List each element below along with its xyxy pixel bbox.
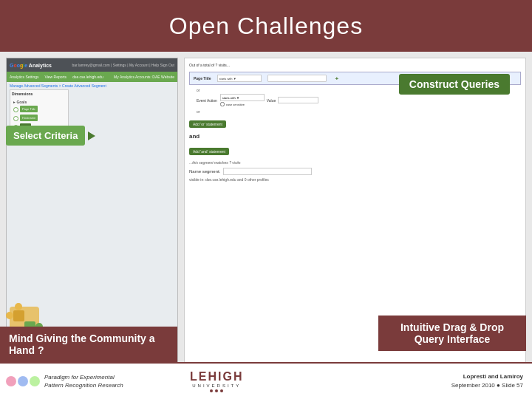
svg-point-3 — [6, 312, 13, 319]
ga-case-label: case sensitive — [220, 102, 265, 106]
ga-cond-select-text: starts with ▼ — [222, 96, 239, 100]
ga-add-and-label: Add 'and' statement — [193, 149, 225, 154]
ga-header: Google Analytics bar.lamrey@gmail.com | … — [7, 58, 177, 72]
ga-event-action-row: Event Action starts with ▼ case sensitiv… — [189, 94, 521, 106]
logo-circle-blue — [18, 376, 28, 386]
select-criteria-box: Select Criteria — [6, 126, 85, 146]
ga-nav-reports[interactable]: View Reports — [44, 75, 66, 79]
ga-event-action-controls: starts with ▼ case sensitive Value — [220, 94, 318, 106]
paradigm-line1: Paradigm for Experimental — [44, 374, 115, 381]
lehigh-dot — [220, 389, 223, 392]
intuitive-line1: Intuitive Drag & Drop — [389, 321, 516, 333]
ga-plus-btn[interactable]: + — [335, 75, 339, 82]
google-analytics-logo: Google Analytics — [10, 63, 52, 68]
ga-nav-my-analytics: My Analytics Accounts: DAE Website — [114, 75, 174, 79]
ga-and-label: and — [189, 133, 521, 140]
ga-add-or-label: Add 'or' statement — [193, 122, 222, 126]
ga-name-input[interactable] — [223, 168, 312, 175]
ga-nav-bar: Analytics Settings View Reports dse.cse.… — [7, 72, 177, 82]
ga-circle-icon — [13, 116, 18, 121]
lehigh-logo: LEHIGH UNIVERSITY — [190, 370, 243, 392]
main-content: Google Analytics bar.lamrey@gmail.com | … — [0, 52, 532, 399]
ga-segment-text: ...this segment matches ? visits — [189, 160, 521, 165]
ga-sidebar-page-title[interactable]: Page Title — [20, 106, 38, 112]
paradigm-logo-circles — [6, 376, 40, 386]
ga-name-row: Name segment: — [189, 168, 521, 175]
page-title: Open Challenges — [169, 13, 363, 40]
citation-text: Lopresti and Lamiroy September 2010 ● Sl… — [451, 372, 523, 390]
logo-circle-pink — [6, 376, 16, 386]
ga-goals-header: ▸ Goals — [12, 98, 66, 105]
ga-nav-site[interactable]: dse.cse.lehigh.edu — [72, 75, 103, 79]
ga-add-or-btn[interactable]: Add 'or' statement — [189, 120, 226, 128]
ga-nav-settings[interactable]: Analytics Settings — [10, 75, 38, 79]
mind-giving-box: Mind Giving the Community a Hand ? — [0, 327, 177, 362]
page-header: Open Challenges — [0, 0, 532, 52]
ga-out-of-total: Out of a total of ? visits... — [189, 63, 230, 67]
mind-giving-label: Mind Giving the Community a Hand ? — [9, 332, 155, 356]
ga-add-and-btn[interactable]: Add 'and' statement — [189, 148, 229, 155]
ga-cond-select[interactable]: starts with ▼ — [220, 94, 265, 101]
intuitive-line2: Query Interface — [389, 333, 516, 345]
svg-rect-1 — [13, 310, 24, 321]
construct-queries-box: Construct Queries — [399, 74, 510, 95]
bottom-right-footer: LEHIGH UNIVERSITY Lopresti and Lamiroy S… — [181, 362, 532, 399]
select-criteria-label: Select Criteria — [13, 130, 78, 141]
ga-value-input[interactable] — [267, 75, 327, 82]
lehigh-name: LEHIGH — [190, 370, 243, 383]
lehigh-dot — [215, 389, 218, 392]
svg-point-2 — [15, 303, 22, 310]
ga-event-action-label: Event Action — [197, 98, 217, 103]
ga-or2-label: or — [197, 109, 521, 114]
ga-info-line: Out of a total of ? visits... — [189, 63, 521, 67]
select-criteria-arrow — [88, 132, 95, 140]
lehigh-dots — [210, 389, 223, 392]
left-panel: Google Analytics bar.lamrey@gmail.com | … — [0, 52, 181, 399]
intuitive-drag-box: Intuitive Drag & Drop Query Interface — [378, 316, 526, 351]
lehigh-sub: UNIVERSITY — [192, 383, 241, 388]
bottom-left-footer: Paradigm for Experimental Pattern Recogn… — [0, 362, 181, 399]
ga-breadcrumb: Manage Advanced Segments > Create Advanc… — [7, 82, 177, 89]
citation-line1: Lopresti and Lamiroy — [451, 372, 523, 381]
ga-condition-select[interactable]: starts with ▼ — [217, 75, 262, 82]
ga-page-title-label: Page Title — [194, 76, 211, 81]
ga-visible-line: visible in: dse.cse.lehigh.edu and 0 oth… — [189, 177, 521, 182]
citation-line2: September 2010 ● Slide 57 — [451, 381, 523, 390]
ga-case-checkbox[interactable] — [220, 102, 225, 106]
paradigm-line2: Pattern Recognition Research — [44, 382, 123, 389]
logo-circle-green — [30, 376, 40, 386]
ga-sidebar-row: Page Title — [12, 105, 66, 114]
paradigm-text: Paradigm for Experimental Pattern Recogn… — [44, 373, 123, 389]
ga-select-text: starts with ▼ — [219, 77, 236, 81]
ga-value-label: Value — [267, 98, 276, 103]
ga-sidebar-hostname[interactable]: Hostname — [20, 115, 38, 121]
ga-sidebar-row: Hostname — [12, 114, 66, 123]
lehigh-dot — [210, 389, 213, 392]
construct-queries-label: Construct Queries — [409, 78, 499, 90]
right-panel: Out of a total of ? visits... Page Title… — [181, 52, 532, 399]
ga-condition-container: starts with ▼ case sensitive — [220, 94, 265, 106]
ga-value-field[interactable] — [278, 97, 318, 103]
ga-name-label: Name segment: — [189, 169, 220, 174]
ga-circle-icon — [13, 107, 18, 112]
